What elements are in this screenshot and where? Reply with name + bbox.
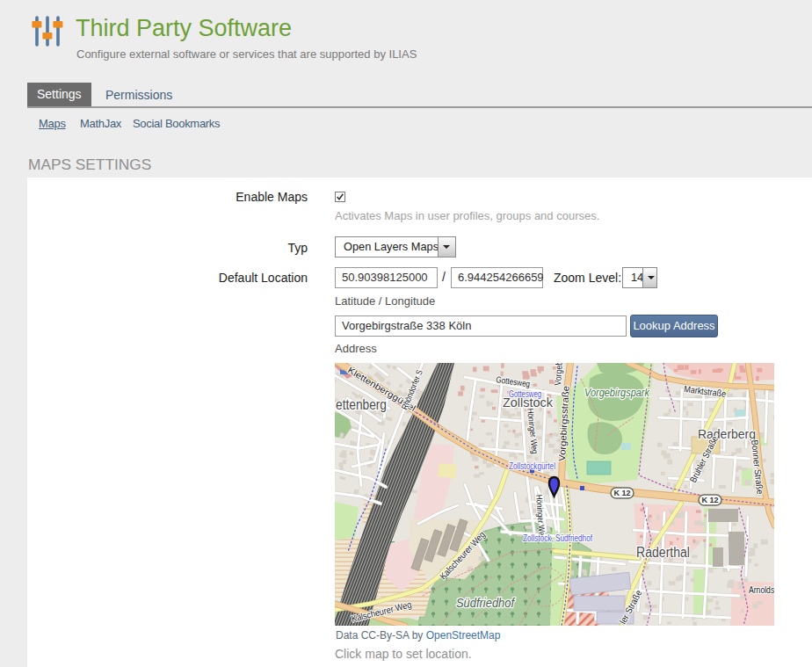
- svg-text:Raderthal: Raderthal: [636, 545, 690, 560]
- svg-text:Arnoldsh: Arnoldsh: [749, 584, 774, 595]
- svg-text:Vorgebirgspark: Vorgebirgspark: [584, 387, 650, 399]
- svg-text:Südfriedhof: Südfriedhof: [456, 595, 516, 610]
- svg-text:ettenberg: ettenberg: [336, 397, 387, 412]
- svg-text:Zollstockgürtel: Zollstockgürtel: [509, 460, 555, 471]
- svg-text:K 12: K 12: [613, 489, 630, 497]
- svg-text:Zollstock, Südfriedhof: Zollstock, Südfriedhof: [523, 533, 592, 543]
- svg-text:Raderberg: Raderberg: [698, 426, 756, 441]
- svg-text:K 12: K 12: [701, 496, 718, 504]
- svg-text:Vorgeb: Vorgeb: [552, 363, 564, 386]
- svg-text:Gottesweg: Gottesweg: [509, 389, 541, 399]
